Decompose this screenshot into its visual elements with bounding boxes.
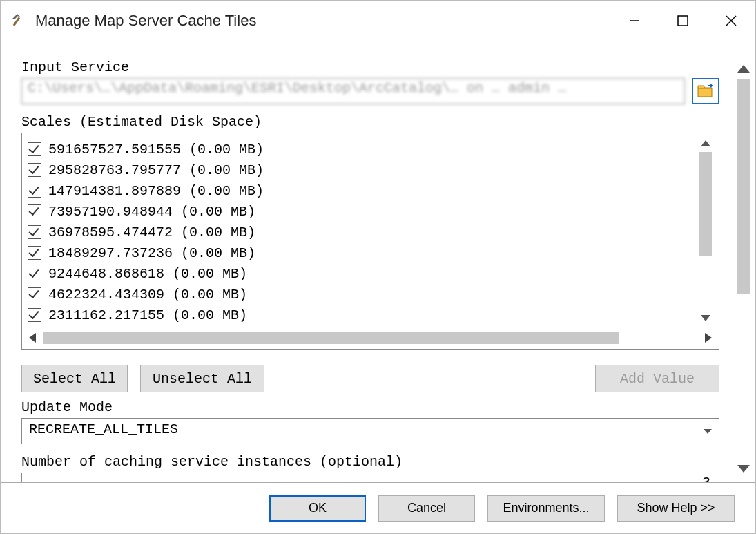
ok-button[interactable]: OK (269, 495, 366, 522)
scale-row[interactable]: 18489297.737236 (0.00 MB) (28, 242, 692, 263)
scroll-thumb[interactable] (737, 79, 750, 294)
browse-button[interactable] (692, 78, 719, 104)
instances-label: Number of caching service instances (opt… (21, 454, 719, 470)
scale-checkbox[interactable] (28, 308, 41, 322)
minimize-button[interactable] (610, 1, 659, 41)
close-button[interactable] (707, 1, 755, 41)
scales-vertical-scrollbar[interactable] (695, 136, 716, 325)
add-value-button: Add Value (595, 365, 719, 392)
unselect-all-button[interactable]: Unselect All (140, 365, 264, 392)
scale-row[interactable]: 9244648.868618 (0.00 MB) (28, 263, 692, 284)
scroll-down-icon[interactable] (737, 465, 750, 473)
input-service-label: Input Service (21, 59, 719, 75)
scales-listbox[interactable]: 591657527.591555 (0.00 MB)295828763.7957… (21, 133, 719, 350)
scales-horizontal-scrollbar[interactable] (25, 327, 716, 349)
maximize-button[interactable] (659, 1, 707, 41)
window-controls (610, 1, 755, 41)
environments-button[interactable]: Environments... (487, 495, 605, 522)
scale-checkbox[interactable] (28, 225, 41, 239)
scroll-up-icon[interactable] (737, 65, 750, 73)
dialog-vertical-scrollbar[interactable] (732, 41, 755, 482)
hammer-icon (9, 11, 28, 30)
h-scroll-thumb[interactable] (43, 332, 619, 344)
scale-checkbox[interactable] (28, 184, 41, 198)
action-bar: OK Cancel Environments... Show Help >> (1, 482, 755, 533)
window-title: Manage Map Server Cache Tiles (35, 12, 610, 30)
titlebar: Manage Map Server Cache Tiles (1, 1, 755, 41)
scale-checkbox[interactable] (28, 142, 41, 156)
show-help-button[interactable]: Show Help >> (617, 495, 735, 522)
scale-row[interactable]: 2311162.217155 (0.00 MB) (28, 305, 692, 325)
input-service-field[interactable]: C:\Users\…\AppData\Roaming\ESRI\Desktop\… (21, 78, 685, 104)
scale-row[interactable]: 295828763.795777 (0.00 MB) (28, 160, 692, 180)
scroll-thumb[interactable] (699, 152, 712, 256)
scale-row[interactable]: 147914381.897889 (0.00 MB) (28, 180, 692, 201)
chevron-down-icon[interactable] (697, 419, 719, 444)
select-all-button[interactable]: Select All (21, 365, 128, 392)
scale-text: 2311162.217155 (0.00 MB) (48, 307, 247, 323)
scroll-right-icon[interactable] (705, 333, 712, 343)
scale-text: 73957190.948944 (0.00 MB) (48, 204, 255, 220)
svg-rect-2 (678, 16, 688, 26)
scale-checkbox[interactable] (28, 246, 41, 260)
dialog-body: Input Service C:\Users\…\AppData\Roaming… (1, 41, 755, 482)
update-mode-value: RECREATE_ALL_TILES (22, 419, 697, 444)
scale-checkbox[interactable] (28, 204, 41, 218)
scale-row[interactable]: 36978595.474472 (0.00 MB) (28, 222, 692, 242)
scale-text: 4622324.434309 (0.00 MB) (48, 287, 247, 303)
content-pane: Input Service C:\Users\…\AppData\Roaming… (1, 41, 732, 482)
scale-text: 147914381.897889 (0.00 MB) (48, 183, 264, 199)
scale-text: 295828763.795777 (0.00 MB) (48, 162, 264, 178)
scales-label: Scales (Estimated Disk Space) (21, 114, 719, 130)
update-mode-combo[interactable]: RECREATE_ALL_TILES (21, 418, 719, 444)
scale-text: 9244648.868618 (0.00 MB) (48, 266, 247, 282)
scale-row[interactable]: 73957190.948944 (0.00 MB) (28, 201, 692, 222)
update-mode-label: Update Mode (21, 399, 719, 415)
scale-checkbox[interactable] (28, 267, 41, 280)
scroll-up-icon[interactable] (701, 140, 710, 146)
scale-checkbox[interactable] (28, 287, 41, 301)
scale-text: 591657527.591555 (0.00 MB) (48, 142, 264, 158)
scale-checkbox[interactable] (28, 163, 41, 177)
cancel-button[interactable]: Cancel (378, 495, 475, 522)
instances-field[interactable]: 3 (21, 473, 719, 482)
scroll-left-icon[interactable] (29, 333, 36, 343)
scale-text: 18489297.737236 (0.00 MB) (48, 245, 255, 261)
scale-text: 36978595.474472 (0.00 MB) (48, 225, 255, 240)
scroll-down-icon[interactable] (701, 315, 710, 321)
scale-row[interactable]: 4622324.434309 (0.00 MB) (28, 284, 692, 305)
scale-row[interactable]: 591657527.591555 (0.00 MB) (28, 139, 692, 160)
